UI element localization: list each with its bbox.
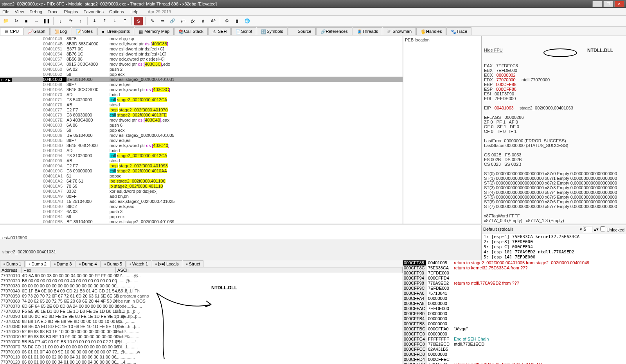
arguments-view[interactable]: 1: [esp+4] 75E633CA kernel32.75E633CA 2:… <box>482 233 626 260</box>
disasm-row[interactable]: 0040108559pop ecx <box>0 127 403 133</box>
stack-row[interactable]: 000CFFB400000000 <box>403 316 626 321</box>
tab-notes[interactable]: 📝Notes <box>72 27 97 35</box>
step-out-icon[interactable]: ↑ <box>76 17 85 25</box>
menu-options[interactable]: Options <box>109 9 124 14</box>
disasm-row[interactable]: 0040104B8B3D 383C4000mov edi,dword ptr d… <box>0 41 403 46</box>
disasm-row[interactable]: 004010A264:76 61jbe stage2_002f0000.4011… <box>0 178 403 183</box>
disasm-row[interactable]: 00401086BE 05104000mov esi,stage2_002f00… <box>0 133 403 138</box>
dump-tab-dump-3[interactable]: ▫Dump 3 <box>50 260 75 267</box>
dump-row[interactable]: 770700A068 B8 1A ED 8D 9E B8 9E 8D 00 00… <box>0 319 403 324</box>
run-till-ret-icon[interactable]: ⤒ <box>121 17 129 25</box>
stack-body[interactable]: 000CFF8800401005return to stage2_002f000… <box>403 260 626 364</box>
callconv-select[interactable]: Default (stdcall) <box>483 227 579 231</box>
stack-row[interactable]: 000CFF8800401005return to stage2_002f000… <box>403 260 626 265</box>
tab-source[interactable]: Source <box>288 27 316 35</box>
scylla-icon[interactable]: S <box>134 17 143 25</box>
dump-row[interactable]: 77070080F5 E5 98 1E B1 B8 FE 1E 1D B8 FE… <box>0 309 403 314</box>
online-icon[interactable]: 🌐 <box>243 17 252 25</box>
stack-row[interactable]: 000CFF94000CFFD4 <box>403 276 626 281</box>
tab-snowman[interactable]: ☃Snowman <box>383 27 416 35</box>
dump-row[interactable]: 7707012006 00 01 00 00 00 34 01 00 10 00… <box>0 360 403 364</box>
tab-memory-map[interactable]: ▦Memory Map <box>135 27 174 35</box>
dump-tab-dump-4[interactable]: ▫Dump 4 <box>76 260 100 267</box>
tab-symbols[interactable]: 🔣Symbols <box>257 27 287 35</box>
tab-log[interactable]: 📜Log <box>50 27 71 35</box>
disasm-row[interactable]: 004010578B56 08mov edx,dword ptr ds:[esi… <box>0 56 403 61</box>
hash-icon[interactable]: # <box>199 17 207 25</box>
stack-row[interactable]: 000CFF907EFDE000 <box>403 271 626 276</box>
stack-row[interactable]: 000CFFA075710841 <box>403 291 626 296</box>
stack-row[interactable]: 000CFFB000000000 <box>403 311 626 316</box>
label-icon[interactable]: 🔗 <box>168 17 177 25</box>
dump-row[interactable]: 77070020B8 00 00 00 00 00 00 00 40 00 00… <box>0 278 403 283</box>
disasm-row[interactable]: 004010548B76 1Cmov esi,dword ptr ds:[esi… <box>0 51 403 56</box>
stack-row[interactable]: 000CFF8C75E633CAreturn to kernel32.75E63… <box>403 265 626 271</box>
tab-handles[interactable]: 🖐Handles <box>416 27 446 35</box>
menu-plugins[interactable]: Plugins <box>64 9 78 14</box>
open-icon[interactable]: 📁 <box>2 17 10 25</box>
dump-tab-watch-1[interactable]: ▫Watch 1 <box>126 260 151 267</box>
minimize-button[interactable]: — <box>592 1 603 7</box>
comment-icon[interactable]: ▭ <box>158 17 167 25</box>
trace-over-icon[interactable]: ⇡ <box>100 17 109 25</box>
disasm-row[interactable]: 00401077E2 F7loop stage2_002f0000.401070 <box>0 107 403 112</box>
disasm-row[interactable]: 004010606A 02push 2 <box>0 66 403 72</box>
disasm-row[interactable]: 004010A161popad <box>0 173 403 178</box>
dump-row[interactable]: 7707005069 73 20 70 72 6F 67 72 61 6D 20… <box>0 294 403 299</box>
stack-row[interactable]: 000CFFAC7EFDE000 <box>403 306 626 311</box>
run-icon[interactable]: → <box>32 17 41 25</box>
dump-row[interactable]: 77070090B8 B6 0C ED 8D FE 1E 9E 68 FE 1E… <box>0 314 403 319</box>
disasm-row[interactable]: 0040109AE2 F7loop stage2_002f0000.401093 <box>0 163 403 168</box>
disasm-row[interactable]: 004010B5BE 39104000mov esi,stage2_002f00… <box>0 219 403 224</box>
disasm-row[interactable]: 004010B26A 03push 3 <box>0 209 403 214</box>
menu-trace[interactable]: Trace <box>48 9 59 14</box>
step-over-icon[interactable]: ↷ <box>66 17 75 25</box>
dump-row[interactable]: 770700E05B BA E7 4C 00 9E B8 10 00 00 00… <box>0 339 403 344</box>
disasm-row[interactable]: 00401063BE 31104000mov esi,stage2_002f00… <box>0 77 403 82</box>
disasm-row[interactable]: 004010A73332xor esi,dword ptr ds:[edx] <box>0 188 403 194</box>
step-into-icon[interactable]: ↓ <box>56 17 65 25</box>
close-button[interactable]: ✕ <box>614 1 624 7</box>
disasm-row[interactable]: 0040104989E5mov ebp,esp <box>0 36 403 41</box>
bookmark-icon[interactable]: 🏷 <box>178 17 187 25</box>
stack-row[interactable]: 000CFFC4FFFFFFFFEnd of SEH Chain <box>403 337 626 342</box>
disasm-row[interactable]: 00401076ABstosd <box>0 102 403 107</box>
disasm-row[interactable]: 004010A900FFadd bh,bh <box>0 194 403 199</box>
dump-tab-dump-1[interactable]: ▫Dump 1 <box>0 260 25 267</box>
dump-tab-struct[interactable]: ▫Struct <box>183 260 204 267</box>
run-to-icon[interactable]: ⤓ <box>110 17 119 25</box>
disasm-row[interactable]: 00401051B877 0Cmov esi,dword ptr ds:[edi… <box>0 46 403 51</box>
dump-row[interactable]: 770700D052 69 63 68 B0 BE 10 9E 00 00 00… <box>0 334 403 339</box>
dump-row[interactable]: 770700F078 D0 CD 11 00 00 49 00 00 00 00… <box>0 344 403 350</box>
pause-icon[interactable]: ❚❚ <box>42 17 51 25</box>
tab-trace[interactable]: 🐾Trace <box>446 27 471 35</box>
stack-row[interactable]: 000CFFCC02A431B5 <box>403 347 626 352</box>
dump-tab-dump-2[interactable]: ▫Dump 2 <box>25 260 50 267</box>
dump-row[interactable]: 770700706D 6F 64 65 2E 0D 0D 0A 24 00 00… <box>0 304 403 309</box>
tab-breakpoints[interactable]: ●Breakpoints <box>97 27 134 35</box>
disasm-row[interactable]: 004010A570 69jo stage2_002f0000.401110 <box>0 183 403 188</box>
menu-file[interactable]: File <box>2 9 9 14</box>
disasm-row[interactable]: 004010836A 06push 6 <box>0 122 403 127</box>
tab-threads[interactable]: 🧵Threads <box>353 27 382 35</box>
disasm-row[interactable]: 00401070ADlodsd <box>0 92 403 97</box>
tab-graph[interactable]: 📈Graph <box>23 27 50 35</box>
patch-icon[interactable]: ✎ <box>148 17 156 25</box>
tab-cpu[interactable]: 🖥CPU <box>0 27 23 35</box>
stack-row[interactable]: 000CFFD8770A9EA5return to ntdll.770A9EA5… <box>403 362 626 364</box>
dump-tab--x-locals[interactable]: ▫[x=] Locals <box>152 260 182 267</box>
disasm-row[interactable]: 004010AB15 25104000adc eax,stage2_002f00… <box>0 199 403 204</box>
disasm-row[interactable]: 0040108B89F7mov edi,esi <box>0 138 403 143</box>
restart-icon[interactable]: ↻ <box>12 17 20 25</box>
tab-seh[interactable]: ⚠SEH <box>208 27 231 35</box>
disasm-row[interactable]: 00401099ABstosd <box>0 158 403 163</box>
stack-row[interactable]: 000CFFD000000000 <box>403 352 626 357</box>
stack-row[interactable]: 000CFF98770A9ED2return to ntdll.770A9ED2… <box>403 281 626 286</box>
stack-row[interactable]: 000CFFD4000CFFEC <box>403 357 626 362</box>
dump-row[interactable]: 7707010006 01 01 0F 40 00 9E 10 00 00 00… <box>0 350 403 355</box>
dump-row[interactable]: 770700400E 1F BA 0E 00 B4 09 CD 21 B8 01… <box>0 289 403 294</box>
stack-row[interactable]: 000CFF9C7EFDE000 <box>403 286 626 291</box>
menu-debug[interactable]: Debug <box>29 9 42 14</box>
spinner-icon[interactable]: ▴▾ <box>594 227 599 232</box>
menu-view[interactable]: View <box>15 9 24 14</box>
